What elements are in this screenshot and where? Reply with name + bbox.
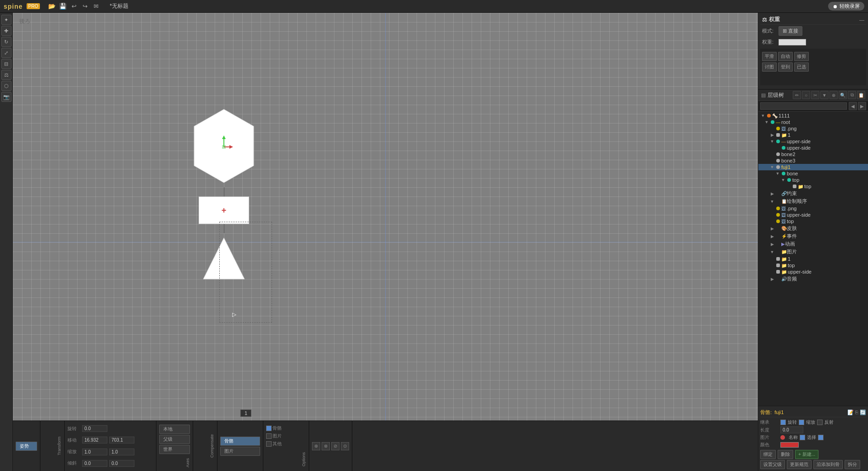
tool-scale[interactable]: ⤢: [1, 48, 11, 58]
expand-skin[interactable]: ▶: [769, 226, 775, 231]
tree-item-top-img[interactable]: 📁 top: [758, 183, 868, 190]
btn-auto[interactable]: 自动: [778, 52, 793, 61]
tree-item-img1[interactable]: 📁 1: [758, 256, 868, 262]
expand-fuji1[interactable]: ▼: [769, 165, 775, 169]
expand-1111[interactable]: ▼: [760, 113, 766, 118]
tree-item-png[interactable]: 🖼 .png: [758, 125, 868, 132]
tree-item-img-top[interactable]: 📁 top: [758, 262, 868, 269]
bone-prop-icon3[interactable]: 🔄: [860, 409, 866, 415]
hier-btn-target[interactable]: ⊕: [829, 91, 838, 99]
tree-item-top2[interactable]: 🖼 top: [758, 218, 868, 224]
tree-item-audio[interactable]: ▶ 🔊 音频: [758, 275, 868, 283]
tree-item-top-bone[interactable]: ▼ top: [758, 177, 868, 183]
btn-sign[interactable]: 登到: [778, 62, 793, 72]
tree-item-root[interactable]: ▼ — root: [758, 119, 868, 125]
shear-x-input[interactable]: [82, 460, 107, 467]
new-btn[interactable]: + 新建...: [795, 450, 818, 459]
expand-draw-order[interactable]: ▼: [769, 199, 775, 204]
move-y-input[interactable]: [109, 437, 134, 443]
search-prev-btn[interactable]: ◀: [849, 102, 857, 110]
tree-item-animation[interactable]: ▶ ▶ 动画: [758, 240, 868, 248]
tree-item-bone3[interactable]: bone3: [758, 157, 868, 164]
hier-btn-search[interactable]: 🔍: [839, 91, 847, 99]
option-img-checkbox[interactable]: [266, 433, 272, 439]
set-parent-btn[interactable]: 设置父级: [760, 460, 785, 469]
hier-btn-filter[interactable]: ▼: [820, 91, 829, 99]
delete-btn[interactable]: 删除: [778, 450, 793, 459]
tree-item-draw-order[interactable]: ▼ 📋 绘制顺序: [758, 197, 868, 205]
tool-mesh[interactable]: ⬡: [1, 81, 11, 91]
btn-discuss[interactable]: 讨图: [762, 62, 777, 72]
inherit-scale-checkbox[interactable]: [799, 420, 804, 425]
pose-btn[interactable]: 姿势: [16, 442, 37, 451]
redo-icon[interactable]: ↪: [80, 2, 89, 11]
select-checkbox[interactable]: [818, 435, 823, 440]
inherit-rotate-checkbox[interactable]: [780, 420, 786, 425]
tree-item-upper-side[interactable]: ▼ — upper-side: [758, 138, 868, 145]
bone-icon-btn2[interactable]: ⊗: [322, 442, 330, 450]
parent-btn[interactable]: 父级: [159, 435, 190, 444]
expand-event[interactable]: ▶: [769, 234, 775, 239]
open-file-icon[interactable]: 📂: [47, 2, 56, 11]
tool-select[interactable]: ✦: [1, 15, 11, 25]
bone-icon-btn3[interactable]: ⊘: [331, 442, 339, 450]
expand-constraint[interactable]: ▶: [769, 191, 775, 196]
expand-root[interactable]: ▼: [764, 120, 769, 124]
btn-done[interactable]: 已选: [794, 62, 809, 72]
expand-animation[interactable]: ▶: [769, 242, 775, 247]
tree-item-event[interactable]: ▶ ⚡ 事件: [758, 232, 868, 240]
hier-btn-tool[interactable]: ✂: [811, 91, 819, 99]
message-icon[interactable]: ✉: [91, 2, 100, 11]
update-btn[interactable]: 更新规范: [787, 460, 812, 469]
tree-item-1[interactable]: ▶ 📁 1: [758, 132, 868, 138]
hier-btn-circle[interactable]: ○: [802, 91, 810, 99]
mode-direct-btn[interactable]: ⊞ 直接: [779, 26, 802, 36]
tree-item-bone2[interactable]: bone2: [758, 151, 868, 157]
hierarchy-search-input[interactable]: [760, 102, 847, 110]
tree-item-1111[interactable]: ▼ 🦴 1111: [758, 112, 868, 119]
option-bone-checkbox[interactable]: [266, 426, 272, 431]
tree-item-png2[interactable]: 🖼 .png: [758, 205, 868, 212]
hier-btn-copy[interactable]: ⧉: [848, 91, 856, 99]
tree-item-upper-side-child[interactable]: upper-side: [758, 145, 868, 151]
bone-prop-icon2[interactable]: ⎘: [855, 409, 858, 415]
world-btn[interactable]: 世界: [159, 445, 190, 454]
canvas-area[interactable]: 後ろ: [13, 13, 758, 471]
scale-y-input[interactable]: [109, 449, 134, 455]
expand-top-bone[interactable]: ▼: [780, 178, 786, 182]
tool-rotate[interactable]: ↻: [1, 37, 11, 47]
tool-camera[interactable]: 📷: [1, 92, 11, 102]
option-other-checkbox[interactable]: [266, 441, 272, 447]
scale-x-input[interactable]: [82, 449, 107, 455]
tree-item-skin[interactable]: ▶ 🎨 皮肤: [758, 224, 868, 232]
tool-weight[interactable]: ⚖: [1, 70, 11, 80]
bone-icon-btn4[interactable]: ⊙: [341, 442, 349, 450]
expand-upper-side[interactable]: ▼: [769, 139, 775, 144]
shear-y-input[interactable]: [109, 460, 134, 467]
bone-icon-btn1[interactable]: ⊕: [312, 442, 320, 450]
tree-item-fuji1[interactable]: ▼ fuji1: [758, 164, 868, 170]
bone-tab-btn[interactable]: 骨骼: [220, 437, 260, 446]
bind-btn[interactable]: 绑定: [760, 450, 776, 459]
tree-item-constraint[interactable]: ▶ 🔗 约束: [758, 190, 868, 197]
tree-item-upper-side2[interactable]: 🖼 upper-side: [758, 212, 868, 218]
inherit-reflect-checkbox[interactable]: [817, 420, 823, 425]
expand-bone[interactable]: ▼: [775, 171, 780, 176]
tool-move[interactable]: ✚: [1, 26, 11, 36]
expand-audio[interactable]: ▶: [769, 277, 775, 281]
save-icon[interactable]: 💾: [58, 2, 67, 11]
weight-bar[interactable]: [779, 39, 806, 45]
move-x-input[interactable]: [82, 437, 107, 443]
image-tab-btn[interactable]: 图片: [220, 447, 260, 456]
not-add-btn[interactable]: 沿添加到骨: [813, 460, 843, 469]
record-button[interactable]: ⏺ 轻映录屏: [828, 2, 864, 11]
bone-color-swatch[interactable]: [780, 442, 799, 448]
tree-item-img-upper-side[interactable]: 📁 upper-side: [758, 269, 868, 275]
local-btn[interactable]: 本地: [159, 425, 190, 434]
name-checkbox[interactable]: [800, 435, 805, 440]
btn-flat[interactable]: 平滑: [762, 52, 777, 61]
undo-icon[interactable]: ↩: [69, 2, 78, 11]
length-value[interactable]: 0.0: [780, 426, 803, 433]
split-btn[interactable]: 拆分: [845, 460, 860, 469]
bone-prop-icon1[interactable]: 📝: [847, 409, 854, 415]
